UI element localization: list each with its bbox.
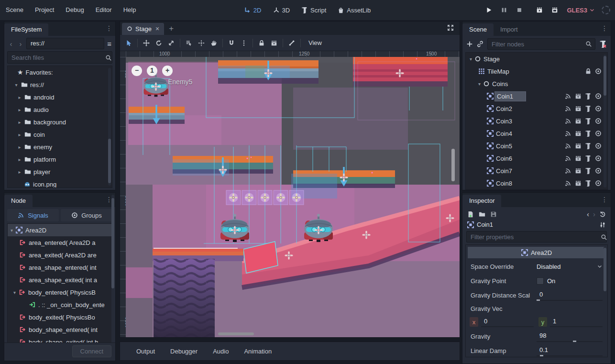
clear-script-icon[interactable] [599,40,607,48]
group-icon[interactable] [575,143,582,149]
chevron-right-icon[interactable]: ▸ [17,144,22,150]
path-field[interactable]: res:// [26,38,104,49]
scene-canvas[interactable] [126,57,460,337]
tab-audio[interactable]: Audio [206,348,235,355]
node-row-coin5[interactable]: Coin5 [466,140,607,152]
chevron-down-icon[interactable]: ▾ [478,81,481,87]
folder-row-android[interactable]: ▸ android [8,91,112,103]
signal-row[interactable]: area_shape_exited( int a [8,274,112,286]
mode-3d-button[interactable]: 3D [268,0,294,20]
snap-options-button[interactable] [238,37,250,49]
new-resource-icon[interactable] [467,211,474,218]
coin-markers[interactable] [226,190,304,205]
script-icon[interactable] [585,93,592,99]
history-icon[interactable] [599,211,606,218]
mode-script-button[interactable]: Script [297,0,330,20]
scrollbar[interactable] [604,247,606,355]
chevron-right-icon[interactable]: ▸ [17,120,22,125]
coin-gizmo[interactable] [242,190,256,205]
tab-scene-dock[interactable]: Scene [462,23,494,36]
vec-x-field[interactable]: 0 [481,317,534,327]
signal-row-expanded[interactable]: ▾ body_entered( PhysicsB [8,286,112,298]
coin-gizmo[interactable] [289,190,304,205]
node-row-coin1[interactable]: Coin1 [466,90,607,102]
forward-icon[interactable]: › [17,40,24,48]
viewport-vscrollbar[interactable] [451,149,455,181]
visibility-eye-icon[interactable] [595,155,602,162]
slider-grabber[interactable] [537,299,540,301]
zoom-out-button[interactable]: − [132,66,142,76]
pan-tool-button[interactable] [208,37,220,49]
lock-object-button[interactable] [256,37,267,49]
coin-gizmo[interactable] [226,190,241,205]
signal-connection-icon[interactable] [565,130,571,137]
skeleton-options-button[interactable] [286,37,297,49]
signal-connection-icon[interactable] [565,105,571,112]
scrollbar[interactable] [604,55,606,188]
signal-row[interactable]: body_exited( PhysicsBo [8,311,112,323]
tab-animation[interactable]: Animation [237,348,278,355]
group-icon[interactable] [575,130,582,137]
menu-editor[interactable]: Editor [90,0,118,20]
signal-root-row[interactable]: ▾ Area2D [8,224,112,236]
group-icon[interactable] [575,167,582,174]
chevron-right-icon[interactable]: ▸ [17,95,22,100]
folder-row-res[interactable]: ▾ res:// [8,78,112,91]
visibility-eye-icon[interactable] [595,105,602,112]
lock-icon[interactable] [585,68,592,75]
stop-button[interactable] [514,5,525,15]
select-tool-button[interactable] [123,37,134,49]
viewport[interactable]: 1000 1250 1500 750 1000 1250 [120,51,460,337]
object-tools-icon[interactable] [599,221,606,228]
script-icon[interactable] [585,105,592,112]
pivot-tool-button[interactable] [196,37,207,49]
folder-row-audio[interactable]: ▸ audio [8,103,112,116]
load-resource-icon[interactable] [479,211,485,218]
filter-nodes-input[interactable] [487,38,595,50]
node-row-coin4[interactable]: Coin4 [466,127,607,140]
group-icon[interactable] [575,93,582,99]
chevron-right-icon[interactable]: ▸ [17,132,22,137]
zoom-reset-button[interactable]: 1 [147,66,157,76]
play-button[interactable] [483,5,494,15]
script-icon[interactable] [585,143,592,149]
script-icon[interactable] [585,118,592,124]
viewport-hscrollbar[interactable] [218,332,254,335]
mode-2d-button[interactable]: 2D [240,0,266,20]
visibility-eye-icon[interactable] [595,118,602,124]
signal-row[interactable]: body_shape_entered( int [8,323,112,336]
connect-button[interactable]: Connect [72,345,111,357]
group-icon[interactable] [575,118,582,124]
view-menu[interactable]: View [304,39,327,46]
node-row-coin7[interactable]: Coin7 [466,165,607,177]
file-row-icon-png[interactable]: icon.png [8,178,112,188]
pause-button[interactable] [499,5,509,15]
scrollbar[interactable] [111,223,112,344]
zoom-in-button[interactable]: + [162,66,173,76]
chevron-right-icon[interactable]: ▸ [17,107,22,112]
folder-row-enemy[interactable]: ▸ enemy [8,141,112,153]
history-back-icon[interactable]: ‹ [587,210,589,218]
list-select-button[interactable] [183,37,195,49]
group-icon[interactable] [575,105,582,112]
gravity-point-checkbox[interactable] [537,277,544,285]
space-override-dropdown[interactable]: Disabled [537,263,603,270]
menu-scene[interactable]: Scene [0,0,29,20]
chevron-down-icon[interactable]: ▾ [13,290,16,295]
mode-assetlib-button[interactable]: AssetLib [333,0,375,20]
visibility-eye-icon[interactable] [595,68,602,75]
visibility-eye-icon[interactable] [595,130,602,137]
chevron-down-icon[interactable]: ▾ [470,56,472,62]
node-row-coin8[interactable]: Coin8 [466,177,607,189]
script-icon[interactable] [585,130,592,137]
tab-debugger[interactable]: Debugger [164,348,204,355]
chevron-down-icon[interactable]: ▾ [14,82,19,88]
play-scene-button[interactable] [534,5,545,15]
signal-connection-icon[interactable] [565,118,571,124]
expand-viewport-icon[interactable] [447,24,454,31]
visibility-eye-icon[interactable] [595,93,602,99]
instance-scene-icon[interactable] [477,41,483,47]
panel-menu-icon[interactable]: ⋮ [106,24,112,32]
group-icon[interactable] [575,180,582,187]
script-icon[interactable] [585,155,592,162]
